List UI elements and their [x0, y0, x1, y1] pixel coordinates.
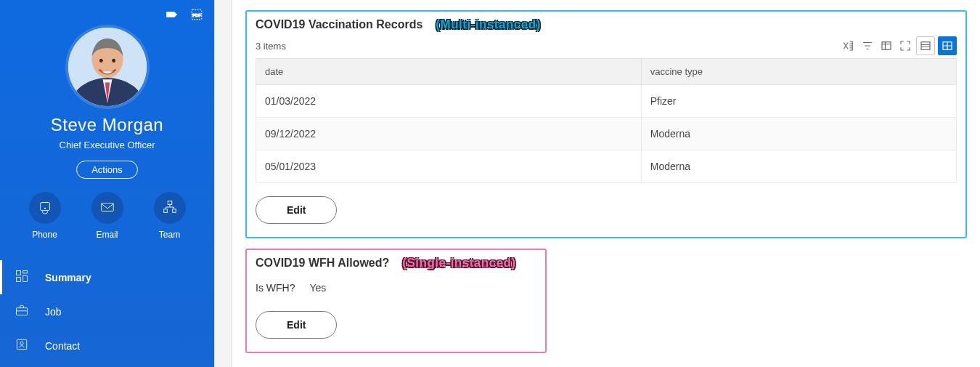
- avatar[interactable]: [68, 28, 147, 106]
- columns-icon[interactable]: [878, 38, 894, 54]
- col-vaccine-type[interactable]: vaccine type: [641, 59, 956, 85]
- svg-point-6: [112, 59, 115, 62]
- cell-type: Moderna: [641, 150, 956, 183]
- list-view-icon[interactable]: [916, 36, 935, 55]
- sidebar-item-job[interactable]: Job: [0, 294, 214, 328]
- wfh-field-value: Yes: [309, 282, 326, 294]
- cell-date: 09/12/2022: [256, 118, 642, 150]
- vaccination-table: date vaccine type 01/03/2022 Pfizer 09/1…: [256, 58, 957, 183]
- actions-button[interactable]: Actions: [76, 161, 138, 179]
- svg-rect-12: [172, 209, 176, 212]
- sidebar-top-icons: PDF: [0, 0, 214, 22]
- cell-date: 01/03/2022: [256, 85, 642, 118]
- items-count: 3 items: [256, 41, 286, 52]
- single-instanced-annotation: (Single-instanced): [402, 256, 515, 270]
- wfh-field-label: Is WFH?: [256, 282, 295, 294]
- sidebar-item-contact[interactable]: Contact: [0, 328, 214, 363]
- contact-email[interactable]: Email: [91, 192, 123, 240]
- svg-rect-13: [17, 271, 21, 275]
- sidebar-item-label: Summary: [45, 272, 91, 283]
- sidebar-gutter: [214, 0, 232, 367]
- svg-rect-17: [17, 308, 28, 315]
- svg-point-19: [20, 342, 23, 344]
- svg-rect-14: [23, 271, 28, 273]
- contact-phone[interactable]: Phone: [29, 192, 61, 240]
- col-date[interactable]: date: [256, 59, 642, 85]
- sidebar-nav: Summary Job Contact: [0, 260, 214, 363]
- svg-rect-20: [882, 42, 891, 50]
- briefcase-icon: [15, 303, 29, 320]
- table-row[interactable]: 05/01/2023 Moderna: [256, 150, 957, 183]
- team-icon: [162, 199, 178, 217]
- cell-type: Pfizer: [641, 85, 956, 118]
- employee-name: Steve Morgan: [0, 115, 214, 135]
- phone-icon: [37, 199, 53, 217]
- sidebar-item-label: Contact: [45, 340, 80, 352]
- contact-team-label: Team: [159, 230, 180, 240]
- contact-team[interactable]: Team: [154, 192, 186, 240]
- table-row[interactable]: 09/12/2022 Moderna: [256, 118, 957, 150]
- multi-instanced-annotation: (Multi-instanced): [436, 17, 541, 32]
- summary-icon: [15, 269, 29, 286]
- export-excel-icon[interactable]: [841, 38, 857, 54]
- svg-point-5: [99, 59, 102, 62]
- tag-icon[interactable]: [165, 7, 179, 22]
- vaccination-panel: COVID19 Vaccination Records (Multi-insta…: [245, 10, 967, 238]
- contact-phone-label: Phone: [32, 230, 57, 240]
- vaccination-title: COVID19 Vaccination Records: [256, 18, 422, 31]
- cell-date: 05/01/2023: [256, 150, 642, 183]
- cell-type: Moderna: [641, 118, 956, 150]
- wfh-panel: COVID19 WFH Allowed? (Single-instanced) …: [245, 249, 547, 353]
- contact-email-label: Email: [96, 230, 118, 240]
- table-toolbar: [841, 36, 957, 55]
- svg-point-8: [44, 207, 45, 209]
- svg-rect-11: [163, 209, 167, 212]
- employee-title: Chief Executive Officer: [0, 140, 214, 150]
- table-row[interactable]: 01/03/2022 Pfizer: [256, 85, 957, 118]
- svg-text:PDF: PDF: [192, 13, 201, 17]
- svg-rect-10: [168, 201, 172, 204]
- edit-vaccination-button[interactable]: Edit: [256, 196, 337, 224]
- sidebar: PDF Steve Morgan Chief Executive Officer…: [0, 0, 214, 367]
- svg-rect-21: [921, 42, 930, 50]
- contact-card-icon: [15, 337, 29, 354]
- main-content: COVID19 Vaccination Records (Multi-insta…: [232, 0, 980, 367]
- svg-rect-9: [101, 203, 113, 211]
- export-pdf-icon[interactable]: PDF: [189, 7, 204, 22]
- sidebar-item-summary[interactable]: Summary: [0, 260, 214, 294]
- svg-rect-16: [17, 278, 21, 282]
- edit-wfh-button[interactable]: Edit: [256, 311, 337, 339]
- wfh-title: COVID19 WFH Allowed?: [256, 257, 389, 270]
- fullscreen-icon[interactable]: [897, 38, 913, 54]
- contact-row: Phone Email Team: [0, 192, 214, 240]
- grid-view-icon[interactable]: [938, 36, 957, 55]
- svg-rect-15: [23, 275, 28, 281]
- svg-rect-7: [40, 202, 49, 210]
- filter-icon[interactable]: [859, 38, 875, 54]
- sidebar-item-label: Job: [45, 306, 62, 318]
- email-icon: [99, 199, 115, 217]
